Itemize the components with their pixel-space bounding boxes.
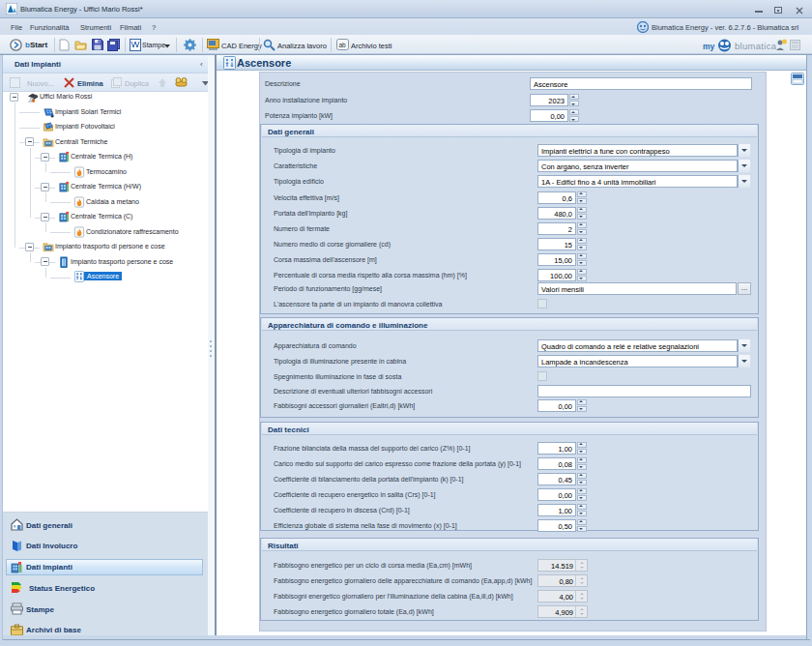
svg-text:ab: ab: [338, 42, 346, 48]
